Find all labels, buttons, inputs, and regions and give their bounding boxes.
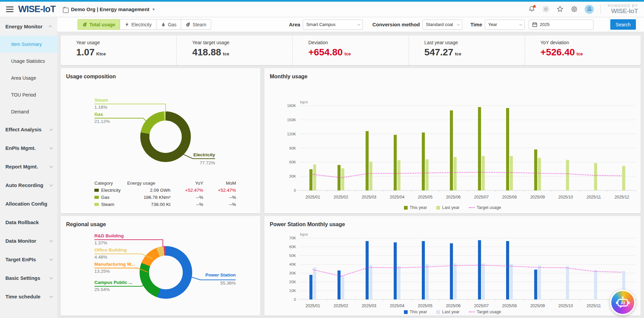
sidebar-item-enpis-mgmt[interactable]: EnPIs Mgmt. bbox=[0, 139, 57, 157]
svg-text:2025/11: 2025/11 bbox=[587, 195, 601, 200]
sidebar-nav: Energy Monitor Item Summary Usage Statis… bbox=[0, 17, 57, 318]
svg-text:2025/11: 2025/11 bbox=[587, 303, 601, 308]
chevron-down-icon bbox=[457, 23, 460, 25]
search-button[interactable]: Search bbox=[610, 19, 636, 30]
sidebar-item-auto-recording[interactable]: Auto Recording bbox=[0, 176, 57, 194]
svg-text:0: 0 bbox=[294, 297, 296, 301]
chevron-down-icon bbox=[50, 164, 53, 168]
sidebar-item-energy-monitor[interactable]: Energy Monitor bbox=[0, 17, 57, 36]
svg-text:60K: 60K bbox=[289, 245, 296, 249]
brightness-icon[interactable] bbox=[542, 5, 550, 13]
org-selector[interactable]: Demo Org | Energy management ▾ bbox=[62, 6, 154, 12]
sidebar-item-data-monitor[interactable]: Data Monitor bbox=[0, 232, 57, 250]
donut-hole bbox=[149, 121, 182, 153]
chevron-down-icon bbox=[50, 183, 53, 186]
legend-last-year[interactable]: Last year bbox=[436, 310, 459, 314]
monthly-usage-card: Monthly usage 030K60K90K120K150K180Kkgce… bbox=[264, 68, 641, 213]
favorite-star-icon[interactable] bbox=[556, 5, 564, 13]
time-granularity-select[interactable]: Year bbox=[485, 20, 525, 30]
user-avatar[interactable]: 温 bbox=[585, 5, 594, 14]
ai-assistant-button[interactable]: AI bbox=[610, 290, 636, 315]
sidebar-item-data-rollback[interactable]: Data Rollback bbox=[0, 213, 57, 232]
sidebar-item-usage-statistics[interactable]: Usage Statistics bbox=[0, 53, 57, 70]
chevron-down-icon bbox=[50, 146, 53, 149]
donut-hole bbox=[149, 256, 183, 289]
svg-text:2025/03: 2025/03 bbox=[362, 303, 377, 308]
kpi-yoy-deviation: YoY deviation +526.40tce bbox=[525, 35, 641, 65]
sidebar-item-report-mgmt[interactable]: Report Mgmt. bbox=[0, 157, 57, 176]
svg-text:2025/05: 2025/05 bbox=[418, 195, 433, 200]
org-icon bbox=[62, 6, 68, 12]
tab-total-usage[interactable]: Total usage bbox=[78, 19, 120, 30]
year-picker[interactable]: 2025 bbox=[529, 20, 593, 30]
table-row-steam: Steam 738.00 Kt --% --% bbox=[94, 201, 236, 208]
ai-robot-icon: AI bbox=[615, 295, 630, 310]
svg-text:90K: 90K bbox=[289, 146, 296, 150]
legend-target-usage[interactable]: Target usage bbox=[469, 205, 501, 210]
hamburger-menu-icon[interactable] bbox=[6, 6, 13, 12]
svg-text:2025/04: 2025/04 bbox=[390, 303, 405, 308]
sidebar-item-tou-period[interactable]: TOU Period bbox=[0, 86, 57, 103]
svg-text:180K: 180K bbox=[287, 104, 296, 108]
notification-bell-icon[interactable] bbox=[528, 5, 535, 13]
dashboard-content: Year usage 1.07Ktce Year target usage 41… bbox=[57, 32, 644, 318]
energy-dashboard-page: WISE-IoT Demo Org | Energy management ▾ bbox=[0, 0, 644, 318]
svg-text:2025/10: 2025/10 bbox=[558, 195, 573, 200]
power-station-monthly-chart[interactable]: 010K20K30K40K50K60K70Kkgce2025/012025/02… bbox=[274, 232, 639, 313]
conversion-method-label: Conversion method bbox=[372, 22, 420, 27]
chevron-up-icon bbox=[49, 25, 52, 29]
svg-text:30K: 30K bbox=[289, 271, 296, 275]
tab-steam[interactable]: Steam bbox=[181, 19, 211, 30]
kpi-year-target-usage: Year target usage 418.88tce bbox=[176, 35, 292, 65]
table-row-electricity: Electricity 2.09 GWh +52.47% +52.47% bbox=[94, 187, 236, 194]
svg-text:2025/06: 2025/06 bbox=[446, 303, 461, 308]
header-actions: 温 POWERED BY WISE-IoT bbox=[528, 4, 638, 15]
svg-text:30K: 30K bbox=[289, 174, 296, 178]
regional-usage-card: Regional usage R&D Building 1.37% bbox=[61, 216, 260, 316]
area-select[interactable]: Smart Campus bbox=[303, 20, 363, 30]
monthly-usage-chart[interactable]: 030K60K90K120K150K180Kkgce2025/012025/02… bbox=[274, 99, 639, 207]
composition-table: Category Energy usage YoY MoM Electricit… bbox=[94, 180, 236, 208]
table-header-row: Category Energy usage YoY MoM bbox=[94, 180, 236, 187]
conversion-method-select[interactable]: Standard coal bbox=[422, 20, 462, 30]
settings-gear-icon[interactable] bbox=[570, 5, 578, 13]
power-station-monthly-card: Power Station Monthly usage 010K20K30K40… bbox=[264, 216, 641, 316]
svg-text:2025/09: 2025/09 bbox=[530, 303, 545, 308]
svg-text:2025/07: 2025/07 bbox=[474, 303, 489, 308]
sidebar-item-effect-analysis[interactable]: Effect Analysis bbox=[0, 120, 57, 139]
kpi-year-usage: Year usage 1.07Ktce bbox=[61, 35, 176, 65]
filter-controls: Area Smart Campus Conversion method Stan… bbox=[289, 19, 636, 30]
svg-text:2025/09: 2025/09 bbox=[530, 195, 545, 200]
tab-gas[interactable]: Gas bbox=[156, 19, 181, 30]
org-selector-label: Demo Org | Energy management bbox=[71, 6, 149, 12]
flame-icon bbox=[161, 22, 166, 27]
sidebar-item-area-usage[interactable]: Area Usage bbox=[0, 70, 57, 86]
legend-last-year[interactable]: Last year bbox=[436, 205, 459, 210]
svg-text:150K: 150K bbox=[287, 118, 296, 122]
sidebar-item-demand[interactable]: Demand bbox=[0, 103, 57, 120]
sidebar-item-basic-settings[interactable]: Basic Settings bbox=[0, 269, 57, 287]
sidebar-item-item-summary[interactable]: Item Summary bbox=[0, 36, 57, 53]
legend-this-year[interactable]: This year bbox=[404, 205, 427, 210]
energy-type-tabs: Total usage Electricity Gas Steam bbox=[78, 19, 211, 30]
svg-text:10K: 10K bbox=[289, 289, 296, 293]
callout-power-station: Power Station 55.36% bbox=[205, 273, 236, 285]
usage-composition-title: Usage composition bbox=[66, 74, 255, 80]
sidebar-item-time-schedule[interactable]: Time schedule bbox=[0, 287, 57, 306]
kpi-deviation: Deviation +654.80tce bbox=[292, 35, 408, 65]
callout-campus-public: Campus Public ... 25.54% bbox=[94, 280, 133, 292]
leaf-icon bbox=[185, 22, 191, 27]
electricity-swatch bbox=[94, 189, 99, 192]
tab-electricity[interactable]: Electricity bbox=[120, 19, 156, 30]
legend-target-usage[interactable]: Target usage bbox=[469, 310, 501, 314]
power-station-legend: This year Last year Target usage bbox=[264, 310, 641, 314]
sidebar-item-allocation-config[interactable]: Allocation Config bbox=[0, 194, 57, 213]
chevron-down-icon bbox=[50, 294, 53, 298]
callout-steam: Steam 1.16% bbox=[94, 98, 108, 109]
svg-text:2025/05: 2025/05 bbox=[418, 303, 433, 308]
monthly-usage-title: Monthly usage bbox=[270, 74, 635, 80]
svg-text:2025/02: 2025/02 bbox=[333, 303, 348, 308]
sidebar-item-target-enpis[interactable]: Target EnPIs bbox=[0, 250, 57, 269]
legend-this-year[interactable]: This year bbox=[404, 310, 427, 314]
svg-text:40K: 40K bbox=[289, 262, 296, 266]
